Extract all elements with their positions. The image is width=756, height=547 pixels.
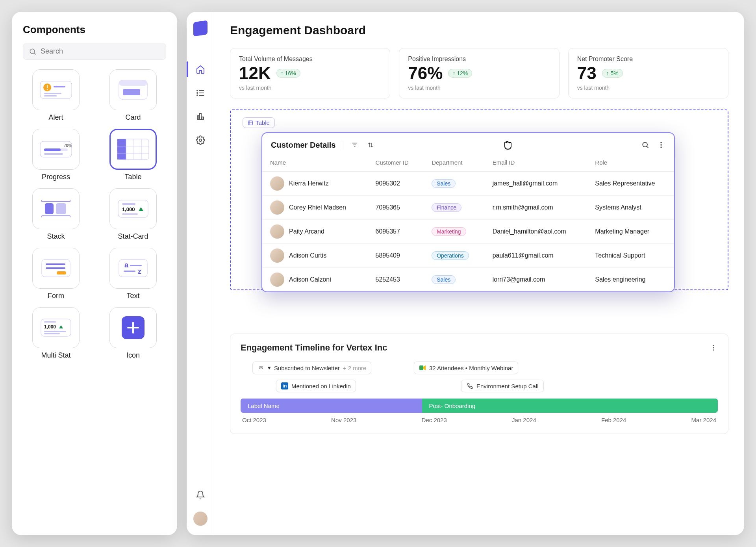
search-table-button[interactable] (641, 141, 650, 149)
component-stack-thumb[interactable] (32, 188, 80, 229)
cell-email: paula611@gmail.com (485, 244, 587, 268)
component-alert-thumb[interactable] (32, 69, 80, 110)
table-more-button[interactable] (657, 141, 665, 149)
search-icon (29, 48, 37, 56)
filter-button[interactable] (350, 141, 359, 149)
component-form-thumb[interactable] (32, 248, 80, 289)
component-text-thumb[interactable]: a z (109, 248, 157, 289)
timeline-title: Engagement Timeline for Vertex Inc (241, 343, 387, 353)
component-progress[interactable]: 70% Progress (23, 129, 89, 181)
component-search[interactable] (23, 43, 166, 60)
table-row[interactable]: Adison Calzoni5252453Saleslorri73@gmail.… (262, 268, 674, 292)
component-icon[interactable]: Icon (100, 307, 166, 360)
table-row[interactable]: Paity Arcand6095357MarketingDaniel_hamil… (262, 220, 674, 244)
dashboard: Engagement Dashboard Total Volume of Mes… (187, 12, 744, 535)
dashboard-title: Engagement Dashboard (230, 24, 728, 37)
meet-icon (419, 364, 426, 371)
form-icon (39, 257, 72, 279)
stat-delta: ↑ 5% (602, 69, 623, 78)
event-setup-call[interactable]: Environment Setup Call (461, 380, 544, 392)
stat-delta: ↑ 16% (276, 69, 300, 78)
col-email[interactable]: Email ID (485, 155, 587, 172)
cell-name: Corey Rhiel Madsen (289, 204, 346, 211)
bar-chart-icon (196, 112, 205, 121)
svg-rect-24 (45, 203, 54, 214)
component-table-thumb[interactable] (109, 129, 157, 170)
component-table-label: Table (100, 173, 166, 181)
event-linkedin[interactable]: in Mentioned on Linkedin (276, 380, 356, 392)
component-alert[interactable]: Alert (23, 69, 89, 122)
nav-list[interactable] (193, 86, 208, 100)
component-card-thumb[interactable] (109, 69, 157, 110)
col-id[interactable]: Customer ID (368, 155, 424, 172)
component-progress-thumb[interactable]: 70% (32, 129, 80, 170)
svg-point-67 (660, 142, 662, 143)
user-avatar[interactable] (193, 512, 208, 526)
svg-marker-74 (423, 365, 426, 370)
plus-icon (121, 315, 145, 340)
table-row[interactable]: Kierra Herwitz9095302Salesjames_hall@gma… (262, 172, 674, 196)
cell-id: 7095365 (368, 196, 424, 220)
component-multistat-thumb[interactable]: 1,000 (32, 307, 80, 348)
component-text[interactable]: a z Text (100, 248, 166, 300)
stat-card-impressions: Positive Impressions 76% ↑ 12% vs last m… (399, 48, 559, 98)
svg-point-71 (713, 347, 714, 349)
svg-rect-6 (54, 86, 65, 87)
col-name[interactable]: Name (262, 155, 368, 172)
drop-label-text: Table (256, 119, 270, 126)
component-search-input[interactable] (41, 47, 160, 56)
svg-rect-44 (44, 331, 66, 332)
customer-table-card[interactable]: Customer Details (261, 132, 675, 292)
app-logo[interactable] (193, 20, 208, 36)
svg-point-53 (197, 93, 198, 93)
mail-icon: ✉ (258, 364, 265, 371)
table-row[interactable]: Adison Curtis5895409Operationspaula611@g… (262, 244, 674, 268)
svg-point-72 (713, 349, 714, 350)
timeline-track: Label Name Post- Onboarding (241, 399, 718, 413)
sort-icon (367, 141, 374, 148)
stat-title: Net Promoter Score (577, 56, 719, 63)
component-text-label: Text (100, 292, 166, 300)
nav-home[interactable] (193, 62, 208, 76)
svg-rect-45 (44, 333, 60, 334)
component-table[interactable]: Table (100, 129, 166, 181)
stat-card-icon: 1,000 (117, 198, 150, 220)
svg-rect-38 (124, 271, 135, 272)
component-multistat[interactable]: 1,000 Multi Stat (23, 307, 89, 360)
component-stack[interactable]: Stack (23, 188, 89, 241)
stat-value: 73 (577, 63, 597, 83)
component-card-label: Card (100, 113, 166, 122)
filter-icon (351, 141, 358, 148)
cell-id: 6095357 (368, 220, 424, 244)
alert-icon (40, 79, 72, 101)
svg-rect-27 (122, 203, 135, 205)
dept-pill: Sales (432, 179, 456, 188)
table-row[interactable]: Corey Rhiel Madsen7095365Financer.m.smit… (262, 196, 674, 220)
sort-button[interactable] (366, 141, 375, 149)
svg-rect-55 (197, 116, 199, 120)
component-form[interactable]: Form (23, 248, 89, 300)
dept-pill: Sales (432, 275, 456, 284)
stat-row: Total Volume of Messages 12K ↑ 16% vs la… (230, 48, 728, 98)
component-card[interactable]: Card (100, 69, 166, 122)
linkedin-icon: in (281, 382, 288, 389)
event-webinar[interactable]: 32 Attendees • Monthly Webinar (414, 362, 518, 374)
event-label: Mentioned on Linkedin (291, 383, 351, 389)
timeline-more-button[interactable] (709, 343, 718, 352)
axis-tick: Mar 2024 (691, 417, 716, 423)
timeline-axis: Oct 2023 Nov 2023 Dec 2023 Jan 2024 Feb … (241, 417, 718, 423)
col-role[interactable]: Role (587, 155, 674, 172)
cell-id: 5252453 (368, 268, 424, 292)
event-suffix: + 2 more (343, 365, 367, 371)
component-icon-thumb[interactable] (109, 307, 157, 348)
svg-rect-15 (44, 148, 61, 151)
event-label: Environment Setup Call (476, 383, 539, 389)
component-statcard[interactable]: 1,000 Stat-Card (100, 188, 166, 241)
event-newsletter[interactable]: ✉ ▾ Subscribed to Newsletter + 2 more (252, 362, 371, 374)
nav-chart[interactable] (193, 109, 208, 124)
component-statcard-thumb[interactable]: 1,000 (109, 188, 157, 229)
col-dept[interactable]: Department (424, 155, 484, 172)
nav-notifications[interactable] (193, 488, 208, 502)
nav-settings[interactable] (193, 133, 208, 147)
svg-rect-57 (202, 117, 204, 120)
